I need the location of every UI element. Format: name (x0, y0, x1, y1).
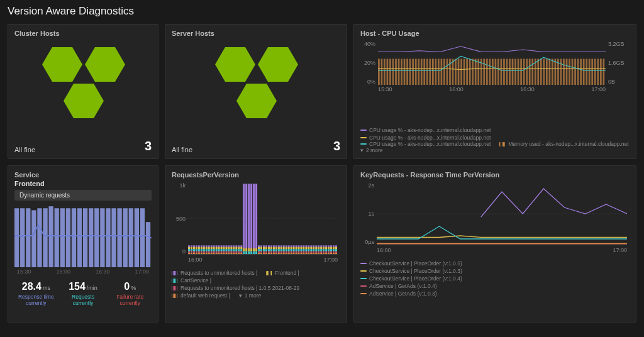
svg-rect-81 (589, 58, 591, 85)
tile-requests-per-version[interactable]: RequestsPerVersion 1k 500 0 16:00 17:00 … (165, 165, 347, 323)
tile-service-frontend[interactable]: Service Frontend Dynamic requests 15:30 … (8, 165, 158, 323)
svg-rect-25 (429, 58, 431, 85)
svg-rect-353 (313, 247, 314, 249)
svg-rect-261 (268, 251, 270, 252)
svg-rect-189 (226, 249, 228, 251)
stat-failure-rate: 0 (124, 281, 130, 292)
svg-rect-100 (89, 208, 93, 267)
svg-rect-76 (574, 58, 576, 85)
svg-rect-209 (235, 249, 237, 251)
svg-rect-399 (335, 245, 337, 246)
svg-rect-294 (283, 245, 285, 246)
svg-rect-82 (591, 58, 593, 85)
svg-rect-258 (265, 247, 267, 249)
svg-rect-307 (291, 249, 292, 251)
svg-rect-135 (198, 247, 200, 249)
svg-rect-384 (328, 245, 330, 246)
svg-rect-37 (464, 58, 465, 85)
svg-rect-358 (315, 247, 317, 249)
svg-rect-17 (406, 58, 408, 85)
svg-rect-195 (228, 247, 230, 249)
svg-rect-90 (31, 210, 36, 267)
svg-rect-134 (198, 249, 200, 251)
tile-cluster-hosts[interactable]: Cluster Hosts All fine 3 (8, 24, 158, 159)
svg-rect-331 (303, 251, 304, 252)
svg-rect-14 (398, 58, 400, 85)
svg-rect-205 (233, 247, 235, 249)
svg-rect-393 (333, 247, 335, 249)
svg-rect-256 (265, 251, 267, 252)
svg-rect-253 (263, 247, 265, 249)
svg-rect-328 (301, 247, 303, 249)
svg-rect-130 (196, 247, 197, 249)
svg-rect-34 (455, 58, 457, 85)
svg-rect-217 (240, 253, 242, 254)
svg-rect-119 (191, 249, 192, 251)
svg-rect-204 (233, 249, 235, 251)
svg-rect-30 (443, 58, 445, 85)
svg-rect-336 (305, 251, 307, 252)
dashboard-grid: Cluster Hosts All fine 3 Server Hosts Al… (8, 24, 636, 323)
svg-rect-303 (288, 247, 290, 249)
svg-rect-79 (583, 58, 585, 85)
svg-rect-74 (569, 58, 570, 85)
svg-rect-144 (203, 249, 205, 251)
tile-title: Server Hosts (172, 30, 340, 37)
y-tick: 1k (172, 182, 186, 189)
svg-rect-309 (291, 245, 292, 246)
x-tick: 16:00 (56, 268, 70, 275)
y-tick: 3.2GB (608, 41, 630, 47)
svg-rect-197 (230, 253, 232, 254)
svg-rect-329 (301, 245, 303, 246)
svg-rect-185 (223, 247, 225, 249)
svg-rect-163 (213, 251, 215, 252)
svg-rect-192 (228, 253, 230, 254)
svg-rect-390 (333, 253, 335, 254)
y-tick: 1.6GB (608, 60, 630, 66)
x-tick: 16:00 (449, 86, 464, 92)
svg-rect-139 (201, 249, 203, 251)
svg-rect-308 (291, 247, 292, 249)
tile-key-requests[interactable]: KeyRequests - Response Time PerVersion 2… (353, 165, 636, 323)
svg-rect-264 (268, 245, 270, 246)
svg-rect-126 (193, 245, 195, 246)
svg-rect-237 (255, 251, 257, 254)
svg-rect-31 (447, 58, 448, 85)
svg-rect-351 (313, 251, 314, 252)
svg-rect-20 (415, 58, 417, 85)
svg-rect-327 (301, 249, 303, 251)
svg-rect-317 (296, 249, 297, 251)
svg-rect-291 (283, 251, 285, 252)
svg-rect-290 (283, 253, 285, 254)
svg-rect-220 (240, 247, 242, 249)
tile-server-hosts[interactable]: Server Hosts All fine 3 (165, 24, 347, 159)
svg-rect-75 (572, 58, 574, 85)
page-title: Version Aware Diagnostics (8, 5, 636, 18)
svg-rect-18 (409, 58, 411, 85)
svg-rect-323 (298, 247, 300, 249)
svg-rect-362 (318, 249, 319, 251)
tile-host-cpu-usage[interactable]: Host - CPU Usage 40% 20% 0% 3.2GB 1.6GB … (353, 24, 636, 159)
svg-rect-201 (230, 245, 232, 246)
svg-rect-52 (506, 58, 508, 85)
svg-rect-272 (273, 249, 275, 251)
svg-rect-319 (296, 245, 297, 246)
svg-rect-225 (245, 251, 247, 254)
svg-rect-114 (188, 249, 190, 251)
svg-rect-164 (213, 249, 215, 251)
svg-rect-234 (253, 251, 255, 254)
chip-dynamic-requests[interactable]: Dynamic requests (14, 190, 152, 201)
svg-rect-363 (318, 247, 319, 249)
svg-rect-11 (389, 58, 391, 85)
svg-rect-345 (310, 253, 312, 254)
svg-rect-65 (543, 58, 545, 85)
svg-rect-167 (216, 253, 218, 254)
svg-rect-136 (198, 245, 200, 246)
svg-rect-24 (426, 58, 428, 85)
svg-rect-93 (49, 206, 53, 267)
svg-rect-109 (140, 208, 145, 267)
svg-rect-199 (230, 249, 232, 251)
svg-rect-342 (308, 249, 309, 251)
svg-rect-98 (77, 208, 82, 267)
svg-rect-188 (226, 251, 228, 252)
